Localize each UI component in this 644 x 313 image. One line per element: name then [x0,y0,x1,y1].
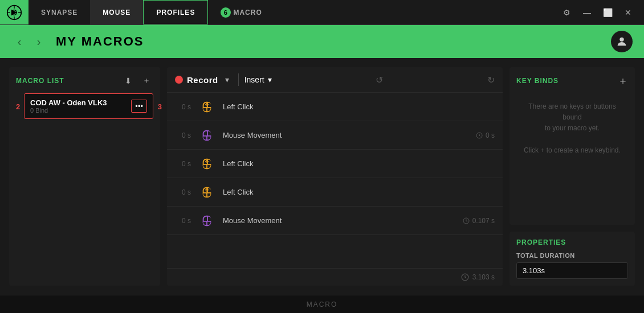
macro-badge-right: 3 [158,102,162,110]
macro-list-items: 2 COD AW - Oden VLK3 0 Bind ••• 3 [24,93,153,119]
mouse-click-icon [199,184,215,200]
insert-button[interactable]: Insert ▾ [244,75,272,84]
titlebar: SYNAPSE MOUSE PROFILES 6 MACRO ⚙ — ⬜ ✕ [0,0,644,25]
event-name: Mouse Movement [223,131,468,139]
event-time: 0 s [175,103,191,111]
tab-mouse[interactable]: MOUSE [90,0,143,24]
nav-tabs: SYNAPSE MOUSE PROFILES 6 MACRO [28,0,557,24]
macro-item-menu-button[interactable]: ••• [131,100,147,113]
add-macro-icon[interactable]: ＋ [140,74,153,88]
close-icon[interactable]: ✕ [619,5,637,20]
event-name: Left Click [223,159,495,168]
page-header: ‹ › MY MACROS [0,25,644,58]
macro-footer: 3.103 s [167,268,503,286]
event-time: 0 s [175,131,191,139]
macro-list-header: MACRO LIST ⬇ ＋ [16,74,153,88]
keybinds-header: KEY BINDS ＋ [516,74,628,88]
footer-label: MACRO [307,300,338,308]
macro-item-name: COD AW - Oden VLK3 [30,98,131,107]
app-logo [0,0,28,24]
keybinds-empty-state: There are no keys or buttons bound to yo… [516,94,628,163]
record-dropdown[interactable]: ▾ [222,73,233,87]
properties-title: PROPERTIES [516,238,628,246]
event-name: Mouse Movement [223,216,455,225]
duration-value: 3.103s [516,262,628,279]
keybinds-panel: KEY BINDS ＋ There are no keys or buttons… [510,67,635,225]
keybinds-title: KEY BINDS [516,77,618,85]
settings-icon[interactable]: ⚙ [557,5,576,20]
main-content: MACRO LIST ⬇ ＋ 2 COD AW - Oden VLK3 0 Bi… [0,58,644,295]
macro-list-title: MACRO LIST [16,77,117,85]
back-button[interactable]: ‹ [11,34,27,50]
minimize-icon[interactable]: — [578,5,596,20]
event-row[interactable]: 0 s Left Click [167,93,503,121]
event-name: Left Click [223,102,495,111]
toolbar-separator [238,73,239,86]
forward-button[interactable]: › [31,34,47,50]
event-row-empty [167,235,503,252]
avatar[interactable] [611,31,633,52]
insert-dropdown-icon: ▾ [268,75,272,84]
window-controls: ⚙ — ⬜ ✕ [557,5,644,20]
event-row[interactable]: 0 s Mouse Movement 0.107 s [167,207,503,235]
event-name: Left Click [223,188,495,196]
add-keybind-button[interactable]: ＋ [618,74,628,88]
event-duration: 0.107 s [463,217,495,225]
tab-synapse[interactable]: SYNAPSE [28,0,90,24]
tab-profiles[interactable]: PROFILES [143,0,208,24]
mouse-move-icon [199,213,215,229]
tab-macro[interactable]: 6 MACRO [208,0,274,24]
macro-editor-panel: Record ▾ Insert ▾ ↺ ↻ 0 s [167,67,503,286]
page-title: MY MACROS [56,34,611,49]
event-time: 0 s [175,188,191,196]
macro-list-panel: MACRO LIST ⬇ ＋ 2 COD AW - Oden VLK3 0 Bi… [9,67,160,286]
event-row[interactable]: 0 s Left Click [167,178,503,207]
macro-badge: 6 [221,7,231,18]
event-row[interactable]: 0 s Mouse Movement 0 s [167,121,503,150]
event-duration: 0 s [476,131,495,139]
macro-events-list: 0 s Left Click 0 s Mouse Move [167,93,503,268]
maximize-icon[interactable]: ⬜ [598,5,617,20]
mouse-click-icon [199,99,215,115]
right-panel: KEY BINDS ＋ There are no keys or buttons… [510,67,635,286]
macro-index-badge: 2 [16,102,20,110]
export-icon[interactable]: ⬇ [121,74,135,88]
mouse-move-icon [199,127,215,143]
duration-label: TOTAL DURATION [516,252,628,259]
footer-bar: MACRO [0,295,644,313]
total-time-display: 3.103 s [472,273,495,281]
event-time: 0 s [175,217,191,225]
svg-point-6 [619,38,623,42]
record-button[interactable]: Record [175,75,218,85]
event-row[interactable]: 0 s Left Click [167,150,503,178]
macro-toolbar: Record ▾ Insert ▾ ↺ ↻ [167,67,503,93]
record-dot-icon [175,76,183,84]
clock-icon [461,273,469,281]
undo-button[interactable]: ↺ [376,75,383,85]
mouse-click-icon [199,156,215,172]
properties-panel: PROPERTIES TOTAL DURATION 3.103s [510,232,635,286]
header-navigation: ‹ › [11,34,47,50]
macro-item[interactable]: COD AW - Oden VLK3 0 Bind ••• 3 [24,93,153,119]
redo-button[interactable]: ↻ [487,75,495,85]
event-time: 0 s [175,160,191,168]
macro-item-bind: 0 Bind [30,107,131,114]
